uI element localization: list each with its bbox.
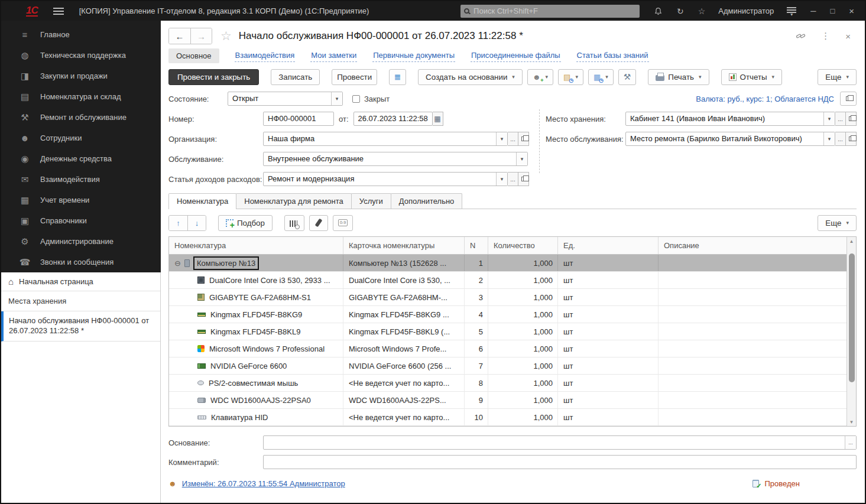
reminders-button[interactable]: ▦◷ ▾	[588, 69, 614, 85]
table-row[interactable]: Kingmax FLFD45F-B8KG9 Kingmax FLFD45F-B8…	[169, 306, 846, 323]
document-nav-tab[interactable]: Присоединенные файлы	[471, 49, 561, 62]
table-part-tab[interactable]: Дополнительно	[391, 193, 463, 209]
column-header[interactable]: Карточка номенклатуры	[343, 237, 465, 254]
favorite-star-icon[interactable]: ☆	[220, 29, 232, 43]
sidebar-item[interactable]: ⚙ Администрирование	[1, 231, 161, 252]
sidebar-open-document[interactable]: Начало обслуживания НФ00-000001 от 26.07…	[1, 311, 160, 342]
more-kebab-icon[interactable]: ⋮	[821, 31, 830, 41]
income-item-open-button[interactable]	[518, 172, 529, 186]
table-row[interactable]: DualCore Intel Core i3 530, 2933 ... Dua…	[169, 272, 846, 289]
chevron-down-icon[interactable]: ▾	[496, 173, 507, 186]
document-nav-tab[interactable]: Мои заметки	[310, 49, 357, 62]
currency-settings-link[interactable]: Валюта: руб., курс: 1; Облагается НДС	[696, 95, 834, 103]
enter-barcode-button[interactable]: 0-9	[333, 215, 353, 231]
back-button[interactable]: ←	[169, 28, 190, 44]
notifications-bell-icon[interactable]	[654, 6, 663, 16]
sidebar-item[interactable]: ⚒ Ремонт и обслуживание	[1, 107, 161, 128]
barcode-search-button[interactable]	[284, 215, 304, 231]
sidebar-item[interactable]: ◉ Денежные средства	[1, 148, 161, 169]
history-icon[interactable]: ↻	[677, 6, 684, 16]
storage-place-field[interactable]: Кабинет 141 (Иванов Иван Иванович) ▾	[625, 112, 835, 126]
document-tasks-button[interactable]: ▤◷ ▾	[558, 69, 583, 85]
table-part-tab[interactable]: Номенклатура для ремонта	[236, 193, 352, 209]
table-more-button[interactable]: Еще▾	[818, 215, 857, 231]
favorites-star-icon[interactable]: ☆	[698, 6, 706, 16]
post-and-close-button[interactable]: Провести и закрыть	[168, 69, 259, 85]
organization-open-button[interactable]	[518, 132, 529, 146]
minimize-button[interactable]: ─	[810, 6, 816, 15]
sidebar-item[interactable]: ▦ Учет времени	[1, 190, 161, 210]
scroll-up-icon[interactable]: ▲	[849, 237, 854, 245]
chevron-down-icon[interactable]: ▾	[516, 152, 527, 165]
chevron-down-icon[interactable]: ▾	[331, 92, 342, 105]
sidebar-item[interactable]: ☻ Сотрудники	[1, 128, 161, 148]
close-window-button[interactable]: ×	[849, 6, 854, 16]
basis-choose-button[interactable]: ...	[845, 436, 856, 449]
barcode-scanner-button[interactable]	[309, 215, 328, 231]
current-user[interactable]: Администратор	[718, 6, 774, 15]
document-movements-button[interactable]: ≣	[389, 69, 406, 85]
chevron-down-icon[interactable]: ▾	[823, 132, 835, 145]
service-menu-icon[interactable]: ▾	[787, 6, 796, 16]
sidebar-item[interactable]: ☎ Звонки и сообщения	[1, 252, 161, 272]
sidebar-item[interactable]: ▣ Справочники	[1, 210, 161, 231]
service-place-field[interactable]: Место ремонта (Барилко Виталий Викоторов…	[625, 132, 835, 146]
service-type-combobox[interactable]: Внутреннее обслуживание ▾	[263, 152, 528, 166]
service-place-choose-button[interactable]: ...	[835, 132, 846, 146]
number-input[interactable]: НФ00-000001	[263, 112, 334, 126]
column-header[interactable]: N	[465, 237, 488, 254]
organization-choose-button[interactable]: ...	[508, 132, 518, 146]
assign-responsible-button[interactable]: ☻+ ▾	[527, 69, 553, 85]
service-place-open-button[interactable]	[846, 132, 857, 146]
get-link-icon[interactable]	[796, 31, 806, 41]
income-expense-item-field[interactable]: Ремонт и модернизация ▾	[263, 172, 508, 186]
currency-open-button[interactable]	[840, 92, 857, 106]
basis-field[interactable]: ...	[263, 435, 857, 450]
table-row[interactable]: Microsoft Windows 7 Professional Microso…	[169, 340, 846, 357]
chevron-down-icon[interactable]: ▾	[823, 112, 835, 125]
chevron-down-icon[interactable]: ▾	[496, 132, 507, 145]
document-nav-tab[interactable]: Первичные документы	[372, 49, 455, 62]
service-tools-button[interactable]: ⚒	[618, 69, 637, 85]
document-nav-tab[interactable]: Взаимодействия	[235, 49, 296, 62]
document-nav-tab[interactable]: Статьи базы знаний	[576, 49, 649, 62]
sidebar-item[interactable]: ✉ Взаимодействия	[1, 169, 161, 190]
post-button[interactable]: Провести	[332, 69, 377, 85]
scrollbar-track[interactable]	[849, 245, 855, 418]
date-input[interactable]: 26.07.2023 11:22:58	[353, 112, 433, 126]
move-row-up-button[interactable]: ↑	[169, 216, 187, 230]
sidebar-item[interactable]: ≡ Главное	[1, 24, 161, 45]
sidebar-item-home-page[interactable]: ⌂ Начальная страница	[1, 272, 160, 291]
document-nav-tab[interactable]: Основное	[168, 48, 219, 63]
state-combobox[interactable]: Открыт ▾	[228, 92, 343, 106]
table-row[interactable]: WDC WD1600AAJS-22PSA0 WDC WD1600AAJS-22P…	[169, 392, 846, 409]
hamburger-menu-icon[interactable]	[53, 8, 64, 15]
sidebar-item-storage-places[interactable]: Места хранения	[1, 291, 160, 311]
print-button[interactable]: Печать▾	[648, 69, 709, 85]
table-row[interactable]: GIGABYTE GA-F2A68HM-S1 GIGABYTE GA-F2A68…	[169, 289, 846, 306]
create-on-basis-button[interactable]: Создать на основании▾	[418, 69, 523, 85]
organization-field[interactable]: Наша фирма ▾	[263, 132, 508, 146]
close-document-icon[interactable]: ×	[845, 31, 851, 41]
table-row[interactable]: ⊖ Компьютер №13 Компьютер №13 (152628 ..…	[169, 255, 846, 272]
column-header[interactable]: Номенклатура	[169, 237, 343, 254]
column-header[interactable]: Ед.	[558, 237, 659, 254]
reports-button[interactable]: Отчеты▾	[721, 69, 783, 85]
maximize-button[interactable]: □	[830, 6, 835, 15]
storage-place-open-button[interactable]	[846, 112, 857, 126]
column-header[interactable]: Количество	[488, 237, 558, 254]
scroll-down-icon[interactable]: ▼	[849, 418, 854, 426]
sidebar-item[interactable]: ◍ Техническая поддержка	[1, 45, 161, 66]
sidebar-item[interactable]: ◨ Закупки и продажи	[1, 66, 161, 86]
calendar-button[interactable]: ▦	[433, 112, 443, 126]
expand-toggle-icon[interactable]: ⊖	[174, 259, 181, 268]
global-search-input[interactable]: Поиск Ctrl+Shift+F	[460, 5, 640, 18]
table-row[interactable]: Клавиатура HID <Не ведется учет по карто…	[169, 409, 846, 426]
forward-button[interactable]: →	[190, 28, 212, 44]
comment-field[interactable]	[263, 455, 857, 469]
modified-history-link[interactable]: Изменён: 26.07.2023 11:55:54 Администрат…	[182, 479, 345, 488]
move-row-down-button[interactable]: ↓	[187, 216, 206, 230]
table-part-tab[interactable]: Номенклатура	[168, 193, 236, 209]
storage-place-choose-button[interactable]: ...	[835, 112, 846, 126]
more-button[interactable]: Еще▾	[818, 69, 857, 85]
